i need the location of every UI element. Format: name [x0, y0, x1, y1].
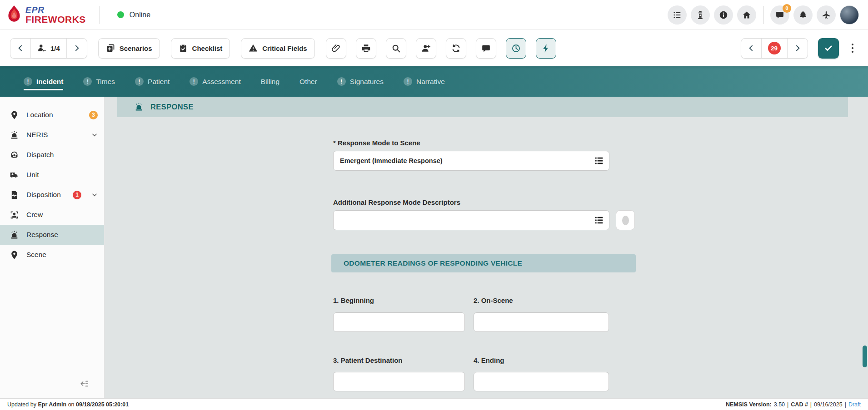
add-person-button[interactable]	[416, 38, 436, 59]
tab-other[interactable]: Other	[299, 78, 317, 90]
check-icon	[823, 43, 833, 53]
chevron-down-icon	[91, 192, 98, 198]
chevron-right-icon	[794, 44, 801, 52]
app-logo[interactable]: EPR FIREWORKS	[6, 5, 86, 25]
print-button[interactable]	[356, 38, 376, 59]
list-picker-icon[interactable]	[594, 156, 604, 166]
checklist-label: Checklist	[192, 44, 223, 52]
app-header: EPR FIREWORKS Online 0	[0, 0, 868, 30]
odometer-beginning-input[interactable]	[333, 312, 465, 332]
incident-sidebar: Location 3 NERIS Dispatch	[0, 97, 105, 398]
tab-narrative[interactable]: ! Narrative	[404, 77, 445, 90]
chevron-down-icon	[91, 132, 98, 138]
menu-list-button[interactable]	[668, 5, 687, 25]
sidebar-item-dispatch[interactable]: Dispatch	[0, 145, 104, 165]
headset-icon	[10, 150, 19, 160]
tab-incident[interactable]: ! Incident	[24, 77, 63, 90]
scenarios-button[interactable]: Scenarios	[98, 38, 160, 59]
validation-count-badge: 29	[768, 42, 781, 54]
draft-status-link[interactable]: Draft	[848, 401, 861, 408]
odometer-patient-destination-label: 3. Patient Destination	[333, 356, 403, 364]
previous-patient-button[interactable]	[10, 39, 30, 58]
odometer-on-scene-input[interactable]	[474, 312, 609, 332]
scenarios-label: Scenarios	[120, 44, 152, 52]
quick-actions-button[interactable]	[536, 38, 556, 59]
tab-signatures[interactable]: ! Signatures	[337, 77, 384, 90]
person-add-icon	[421, 44, 431, 53]
critical-fields-button[interactable]: Critical Fields	[241, 38, 314, 59]
sidebar-item-unit[interactable]: Unit	[0, 165, 104, 185]
odometer-beginning-label: 1. Beginning	[333, 296, 374, 304]
patient-counter[interactable]: 1/4	[30, 39, 66, 58]
siren-icon	[10, 230, 19, 240]
vertical-scrollbar-thumb[interactable]	[863, 346, 867, 367]
siren-icon	[10, 130, 19, 140]
online-status-dot	[117, 11, 124, 18]
sidebar-item-response[interactable]: Response	[0, 225, 104, 245]
document-pulse-icon	[10, 190, 19, 200]
tab-assessment[interactable]: ! Assessment	[190, 77, 240, 90]
sidebar-item-disposition[interactable]: Disposition 1	[0, 185, 104, 205]
nemsis-version-label: NEMSIS Version:	[726, 401, 772, 408]
messages-button[interactable]: 0	[770, 5, 789, 25]
list-picker-icon[interactable]	[594, 215, 604, 225]
airplane-icon	[822, 10, 831, 20]
odometer-patient-destination-input[interactable]	[333, 372, 465, 391]
odometer-ending-input[interactable]	[474, 372, 609, 391]
more-options-button[interactable]	[849, 41, 857, 56]
section-tabbar: ! Incident ! Times ! Patient ! Assessmen…	[0, 66, 868, 97]
collapse-sidebar-button[interactable]	[80, 379, 89, 388]
critical-fields-label: Critical Fields	[262, 44, 307, 52]
nemsis-version-value: 3.50	[774, 401, 785, 408]
notifications-button[interactable]	[793, 5, 813, 25]
lightning-bolt-icon	[541, 44, 551, 53]
alert-icon: !	[83, 77, 92, 86]
ambulance-icon	[10, 170, 19, 180]
sidebar-item-neris[interactable]: NERIS	[0, 125, 104, 145]
hydrant-button[interactable]	[691, 5, 710, 25]
chevron-right-icon	[73, 44, 80, 52]
cad-number-label: CAD #	[791, 401, 808, 408]
header-divider	[100, 6, 100, 24]
next-patient-button[interactable]	[66, 39, 87, 58]
sidebar-item-crew[interactable]: Crew	[0, 205, 104, 225]
checklist-button[interactable]: Checklist	[171, 38, 230, 59]
siren-icon	[134, 102, 144, 112]
user-avatar[interactable]	[840, 5, 859, 25]
previous-validation-button[interactable]	[741, 39, 761, 58]
tab-patient[interactable]: ! Patient	[135, 77, 170, 90]
validation-count[interactable]: 29	[761, 39, 787, 58]
flight-mode-button[interactable]	[817, 5, 836, 25]
response-mode-input[interactable]: Emergent (Immediate Response)	[333, 151, 609, 171]
sidebar-item-scene[interactable]: Scene	[0, 245, 104, 265]
alert-icon: !	[404, 77, 412, 86]
collapse-sidebar-icon	[80, 379, 89, 388]
save-button[interactable]	[818, 38, 839, 59]
count-badge: 1	[73, 191, 81, 199]
logo-text-fireworks: FIREWORKS	[25, 15, 86, 24]
sidebar-item-location[interactable]: Location 3	[0, 105, 104, 125]
paperclip-icon	[331, 44, 341, 53]
map-pin-icon	[10, 110, 19, 120]
crew-icon	[10, 210, 19, 220]
tab-times[interactable]: ! Times	[83, 77, 115, 90]
home-button[interactable]	[737, 5, 756, 25]
times-quick-button[interactable]	[506, 38, 526, 59]
validation-pager: 29	[741, 38, 808, 59]
search-button[interactable]	[386, 38, 406, 59]
tab-billing[interactable]: Billing	[261, 78, 279, 90]
odometer-ending-label: 4. Ending	[474, 356, 504, 364]
additional-descriptors-input[interactable]	[333, 210, 609, 230]
header-icons-divider	[763, 6, 763, 24]
null-value-button[interactable]	[616, 210, 635, 230]
attachments-button[interactable]	[326, 38, 346, 59]
response-form-panel: RESPONSE * Response Mode to Scene Emerge…	[105, 97, 868, 398]
comments-button[interactable]	[476, 38, 496, 59]
status-footer: Updated by Epr Admin on 09/18/2025 05:20…	[0, 398, 868, 410]
updated-by-user: Epr Admin	[38, 401, 66, 408]
alert-icon: !	[190, 77, 198, 86]
patient-counter-label: 1/4	[50, 44, 60, 52]
info-button[interactable]	[714, 5, 733, 25]
sync-button[interactable]	[446, 38, 466, 59]
next-validation-button[interactable]	[787, 39, 808, 58]
